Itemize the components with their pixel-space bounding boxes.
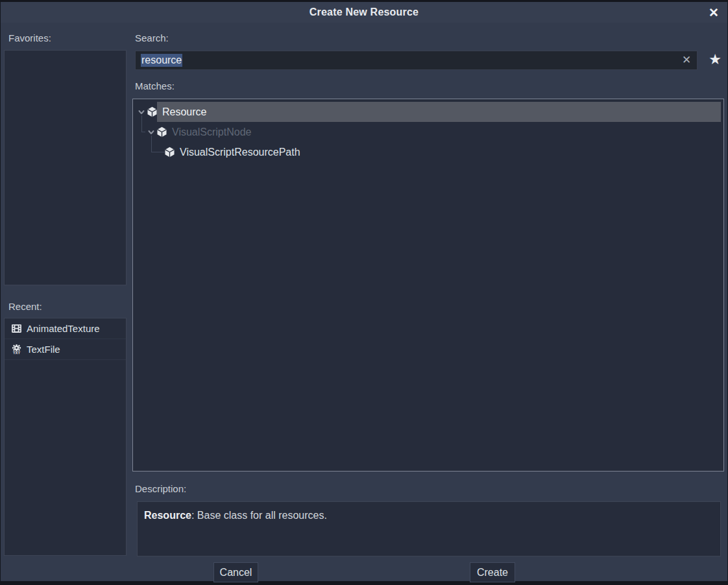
matches-tree: Resource VisualScriptNode VisualScriptRe…: [132, 99, 724, 472]
favorite-star-icon[interactable]: ★: [705, 50, 725, 69]
chevron-down-icon[interactable]: [147, 128, 155, 136]
recent-list: AnimatedTexture TXT TextFile: [4, 318, 127, 556]
recent-item-label: AnimatedTexture: [27, 323, 100, 334]
tree-row-visualscriptnode[interactable]: VisualScriptNode: [133, 122, 723, 142]
recent-item-label: TextFile: [27, 344, 60, 355]
titlebar: Create New Resource ✕: [1, 2, 727, 23]
tree-row-resource[interactable]: Resource: [133, 102, 723, 122]
cancel-button[interactable]: Cancel: [213, 562, 258, 582]
selected-row-highlight: [157, 102, 721, 122]
favorites-label: Favorites:: [8, 32, 51, 43]
svg-text:TXT: TXT: [13, 351, 21, 355]
close-icon[interactable]: ✕: [705, 4, 722, 21]
recent-label: Recent:: [8, 301, 42, 312]
filmstrip-icon: [11, 323, 22, 334]
tree-row-visualscriptresourcepath[interactable]: VisualScriptResourcePath: [133, 142, 723, 162]
tree-guide-line: [141, 115, 145, 132]
tree-item-label: VisualScriptResourcePath: [180, 147, 300, 158]
description-label: Description:: [135, 483, 186, 494]
create-button[interactable]: Create: [470, 562, 515, 582]
description-box: Resource: Base class for all resources.: [137, 501, 721, 556]
dialog-title: Create New Resource: [309, 6, 419, 18]
tree-item-label: Resource: [162, 106, 206, 118]
recent-item-textfile[interactable]: TXT TextFile: [5, 339, 126, 360]
gear-txt-icon: TXT: [11, 344, 22, 355]
tree-item-label: VisualScriptNode: [172, 126, 251, 138]
favorites-list[interactable]: [4, 50, 127, 285]
description-class-name: Resource: [144, 510, 191, 521]
cube-icon: [147, 106, 158, 117]
clear-search-icon[interactable]: ✕: [681, 54, 692, 66]
search-input[interactable]: resource ✕: [135, 51, 698, 70]
cube-icon: [164, 147, 175, 158]
matches-label: Matches:: [135, 80, 175, 91]
search-label: Search:: [135, 32, 169, 43]
search-input-value: resource: [141, 54, 182, 67]
tree-guide-line: [151, 136, 165, 152]
chevron-down-icon[interactable]: [138, 108, 145, 116]
recent-item-animatedtexture[interactable]: AnimatedTexture: [5, 318, 126, 339]
create-new-resource-dialog: Create New Resource ✕ Favorites: Recent:…: [1, 2, 727, 581]
description-text: : Base class for all resources.: [191, 510, 327, 521]
